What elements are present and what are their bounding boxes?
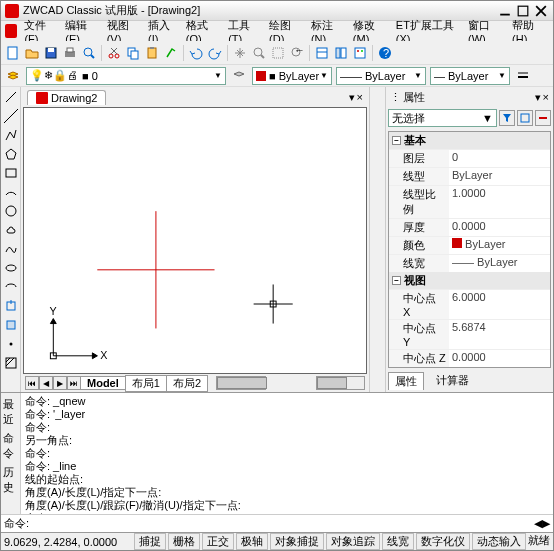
undo-icon[interactable] [187,44,205,62]
line-icon[interactable] [3,89,19,105]
tab-properties[interactable]: 属性 [388,372,424,390]
panel-menu-icon[interactable]: ▾ [535,91,541,104]
rectangle-icon[interactable] [3,165,19,181]
close-button[interactable] [533,4,549,18]
prop-value[interactable]: 6.0000 [449,290,550,319]
prop-row[interactable]: 厚度0.0000 [389,218,550,236]
select-objects-icon[interactable] [517,110,533,126]
zoom-prev-icon[interactable]: ← [288,44,306,62]
open-icon[interactable] [23,44,41,62]
layer-combo[interactable]: 💡❄🔒🖨 ■ 0 ▼ [26,67,226,85]
status-栅格[interactable]: 栅格 [168,533,200,550]
pline-icon[interactable] [3,127,19,143]
prop-row[interactable]: 图层0 [389,149,550,167]
xline-icon[interactable] [3,108,19,124]
prop-value[interactable]: 0.0000 [449,350,550,367]
hatch-icon[interactable] [3,355,19,371]
collapse-icon[interactable]: − [392,136,401,145]
zoom-icon[interactable] [250,44,268,62]
prop-value[interactable]: ByLayer [449,168,550,185]
designcenter-icon[interactable] [332,44,350,62]
prop-row[interactable]: 颜色 ByLayer [389,236,550,254]
status-正交[interactable]: 正交 [202,533,234,550]
status-对象捕捉[interactable]: 对象捕捉 [270,533,324,550]
prop-row[interactable]: 中心点 Y5.6874 [389,319,550,349]
paste-icon[interactable] [143,44,161,62]
command-log[interactable]: 命令: _qnew 命令: '_layer 命令: 另一角点: 命令: 命令: … [21,393,553,514]
sheet-last-icon[interactable]: ⏭ [67,376,81,390]
block-icon[interactable] [3,317,19,333]
status-捕捉[interactable]: 捕捉 [134,533,166,550]
prop-group[interactable]: −基本 [389,132,550,149]
insert-icon[interactable] [3,298,19,314]
prop-value[interactable]: 1.0000 [449,186,550,218]
quick-select-icon[interactable] [499,110,515,126]
toggle-pim-icon[interactable] [535,110,551,126]
prop-row[interactable]: 高度11.4669 [389,367,550,368]
status-对象追踪[interactable]: 对象追踪 [326,533,380,550]
prop-row[interactable]: 中心点 X6.0000 [389,289,550,319]
polygon-icon[interactable] [3,146,19,162]
collapse-icon[interactable]: − [392,276,401,285]
copy-icon[interactable] [124,44,142,62]
cmd-commands[interactable]: 命令 [3,431,18,461]
print-icon[interactable] [61,44,79,62]
cmd-scroll-right-icon[interactable]: ▶ [542,517,550,530]
status-线宽[interactable]: 线宽 [382,533,414,550]
tab-calculator[interactable]: 计算器 [430,372,475,390]
color-combo[interactable]: ■ ByLayer▼ [252,67,332,85]
ellipse-icon[interactable] [3,260,19,276]
status-极轴[interactable]: 极轴 [236,533,268,550]
cmd-scroll-left-icon[interactable]: ◀ [534,517,542,530]
prop-row[interactable]: 中心点 Z0.0000 [389,349,550,367]
prop-row[interactable]: 线型ByLayer [389,167,550,185]
drawing-canvas[interactable]: X Y [23,107,367,374]
sheet-layout1[interactable]: 布局1 [125,375,167,392]
minimize-button[interactable] [497,4,513,18]
ellipse-arc-icon[interactable] [3,279,19,295]
properties-icon[interactable] [313,44,331,62]
help-icon[interactable]: ? [376,44,394,62]
prop-row[interactable]: 线宽—— ByLayer [389,254,550,272]
layer-prev-icon[interactable] [230,67,248,85]
arc-icon[interactable] [3,184,19,200]
lineweight-icon[interactable] [514,67,532,85]
property-grid[interactable]: −基本图层0线型ByLayer线型比例1.0000厚度0.0000颜色 ByLa… [388,131,551,368]
linetype-combo[interactable]: ——ByLayer▼ [336,67,426,85]
zoom-window-icon[interactable] [269,44,287,62]
circle-icon[interactable] [3,203,19,219]
cmd-recent[interactable]: 最近 [3,397,18,427]
panel-grip-icon[interactable]: ⋮ [390,91,401,104]
panel-close-icon[interactable]: × [543,91,549,103]
tab-dropdown-icon[interactable]: ▾ [349,91,355,104]
status-数字化仪[interactable]: 数字化仪 [416,533,470,550]
save-icon[interactable] [42,44,60,62]
new-icon[interactable] [4,44,22,62]
match-icon[interactable] [162,44,180,62]
sheet-first-icon[interactable]: ⏮ [25,376,39,390]
maximize-button[interactable] [515,4,531,18]
layer-manager-icon[interactable] [4,67,22,85]
toolpalette-icon[interactable] [351,44,369,62]
sheet-layout2[interactable]: 布局2 [166,375,208,392]
sheet-model[interactable]: Model [80,376,126,390]
prop-row[interactable]: 线型比例1.0000 [389,185,550,218]
prop-group[interactable]: −视图 [389,272,550,289]
pan-icon[interactable] [231,44,249,62]
tab-drawing2[interactable]: Drawing2 [27,90,106,105]
preview-icon[interactable] [80,44,98,62]
sheet-prev-icon[interactable]: ◀ [39,376,53,390]
revcloud-icon[interactable] [3,222,19,238]
tab-close-icon[interactable]: × [357,91,363,104]
hscroll2[interactable] [316,376,365,390]
hscroll[interactable] [216,376,265,390]
selection-combo[interactable]: 无选择▼ [388,109,497,127]
command-input[interactable] [29,518,534,530]
prop-value[interactable]: 0.0000 [449,219,550,236]
spline-icon[interactable] [3,241,19,257]
redo-icon[interactable] [206,44,224,62]
prop-value[interactable]: 5.6874 [449,320,550,349]
cut-icon[interactable] [105,44,123,62]
lineweight-combo[interactable]: —ByLayer▼ [430,67,510,85]
status-动态输入[interactable]: 动态输入 [472,533,526,550]
